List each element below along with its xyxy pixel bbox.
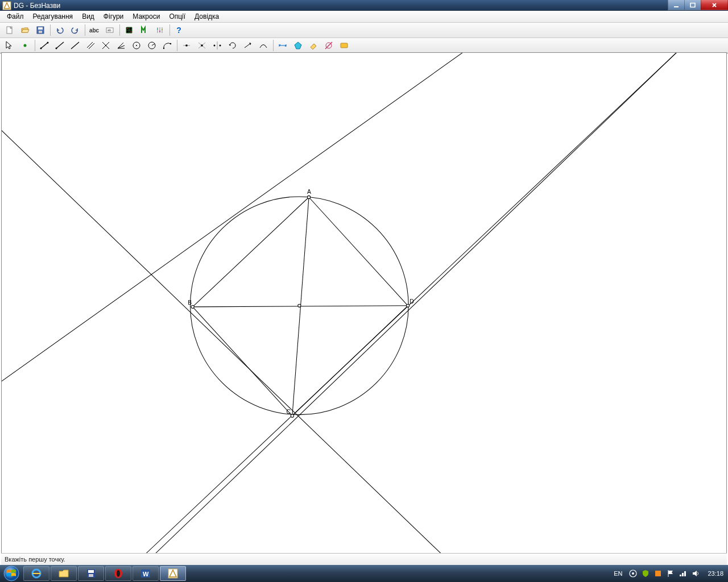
svg-rect-5 xyxy=(38,27,43,30)
window-title: DG - БезНазви xyxy=(14,2,60,10)
menu-macros[interactable]: Макроси xyxy=(128,11,164,22)
translation-tool[interactable] xyxy=(241,39,255,52)
svg-line-46 xyxy=(2,108,464,564)
parallel-tool[interactable] xyxy=(83,39,97,52)
polygon-tool[interactable] xyxy=(291,39,305,52)
grid-button[interactable] xyxy=(122,23,136,37)
open-button[interactable] xyxy=(18,23,32,37)
task-save-app[interactable] xyxy=(78,566,104,581)
macro-button[interactable] xyxy=(137,23,151,37)
maximize-button[interactable] xyxy=(684,0,701,10)
reflection-tool[interactable] xyxy=(210,39,224,52)
segment-tool[interactable] xyxy=(37,39,51,52)
tray-action-icon[interactable] xyxy=(653,569,663,578)
menu-figures[interactable]: Фігури xyxy=(99,11,128,22)
line-tool[interactable] xyxy=(68,39,82,52)
point-label-D: D xyxy=(410,298,414,305)
svg-point-66 xyxy=(117,570,120,577)
svg-point-37 xyxy=(213,45,215,47)
eraser-tool[interactable] xyxy=(306,39,320,52)
app-icon xyxy=(2,1,11,10)
task-explorer[interactable] xyxy=(51,566,77,581)
window-controls xyxy=(668,0,728,10)
svg-line-21 xyxy=(87,42,93,48)
svg-line-54 xyxy=(292,306,408,416)
tray-flag-icon[interactable] xyxy=(666,569,675,578)
undo-button[interactable] xyxy=(52,23,67,37)
rotation-tool[interactable] xyxy=(225,39,239,52)
svg-point-19 xyxy=(55,48,57,49)
new-button[interactable] xyxy=(2,23,16,37)
text-label-button[interactable]: abc xyxy=(87,23,101,37)
statusbar: Вкажіть першу точку. xyxy=(1,553,727,565)
task-dg[interactable] xyxy=(160,566,186,581)
svg-point-71 xyxy=(632,572,634,575)
svg-rect-73 xyxy=(680,575,681,576)
svg-point-57 xyxy=(407,304,410,307)
intersection-tool[interactable] xyxy=(195,39,209,52)
svg-rect-13 xyxy=(162,29,163,30)
tray-volume-icon[interactable] xyxy=(691,569,700,578)
circle-radius-tool[interactable] xyxy=(144,39,159,52)
arc-tool[interactable] xyxy=(160,39,174,52)
svg-rect-1 xyxy=(674,6,679,7)
svg-rect-43 xyxy=(341,43,348,48)
close-button[interactable] xyxy=(701,0,728,10)
svg-point-35 xyxy=(201,44,203,47)
help-button[interactable]: ? xyxy=(172,23,186,37)
svg-rect-63 xyxy=(88,570,94,573)
point-label-A: A xyxy=(307,189,311,195)
circle-tool[interactable] xyxy=(129,39,143,52)
tray-shield-icon[interactable] xyxy=(641,569,650,578)
point-label-B: B xyxy=(188,300,192,306)
point-tool[interactable] xyxy=(18,39,32,52)
svg-rect-75 xyxy=(684,571,686,576)
svg-line-42 xyxy=(325,42,332,49)
redo-button[interactable] xyxy=(68,23,82,37)
measure-distance-tool[interactable] xyxy=(275,39,289,52)
angle-bisector-tool[interactable] xyxy=(114,39,128,52)
svg-point-10 xyxy=(130,31,131,32)
sliders-button[interactable] xyxy=(152,23,167,37)
ray-tool[interactable] xyxy=(52,39,67,52)
minimize-button[interactable] xyxy=(668,0,685,10)
menu-edit[interactable]: Редагування xyxy=(28,11,78,22)
svg-point-56 xyxy=(191,305,194,308)
perpendicular-tool[interactable] xyxy=(98,39,113,52)
svg-line-51 xyxy=(193,197,309,307)
svg-point-32 xyxy=(185,44,188,47)
menu-options[interactable]: Опції xyxy=(164,11,190,22)
task-ie[interactable] xyxy=(23,566,49,581)
titlebar[interactable]: DG - БезНазви xyxy=(0,0,728,11)
svg-text:W: W xyxy=(143,571,149,577)
svg-rect-74 xyxy=(682,573,684,576)
tray-language[interactable]: EN xyxy=(609,570,627,577)
svg-point-59 xyxy=(298,304,301,307)
task-word[interactable]: W xyxy=(133,566,159,581)
tray-clock[interactable]: 23:18 xyxy=(702,570,723,577)
svg-line-52 xyxy=(309,197,408,306)
tray-network-icon[interactable] xyxy=(679,569,688,578)
svg-text:ab: ab xyxy=(107,28,111,32)
menu-help[interactable]: Довідка xyxy=(190,11,224,22)
start-button[interactable] xyxy=(0,565,23,582)
svg-point-30 xyxy=(169,43,171,44)
drawing-canvas[interactable]: A B D C xyxy=(1,52,727,565)
svg-point-17 xyxy=(47,42,48,44)
task-opera[interactable] xyxy=(105,566,131,581)
menu-view[interactable]: Вид xyxy=(77,11,99,22)
menu-file[interactable]: Файл xyxy=(2,11,28,22)
menubar: Файл Редагування Вид Фігури Макроси Опці… xyxy=(0,11,728,23)
pointer-tool[interactable] xyxy=(2,39,16,52)
text-box-button[interactable]: ab xyxy=(102,23,117,37)
tray-updates-icon[interactable] xyxy=(628,569,638,578)
locus-tool[interactable] xyxy=(256,39,270,52)
svg-line-20 xyxy=(71,42,79,49)
app-window: DG - БезНазви Файл Редагування Вид Фігур… xyxy=(0,0,728,582)
midpoint-tool[interactable] xyxy=(179,39,193,52)
svg-rect-11 xyxy=(157,28,158,30)
svg-line-22 xyxy=(89,43,94,49)
hide-tool[interactable] xyxy=(321,39,336,52)
style-tool[interactable] xyxy=(337,39,351,52)
save-button[interactable] xyxy=(33,23,47,37)
